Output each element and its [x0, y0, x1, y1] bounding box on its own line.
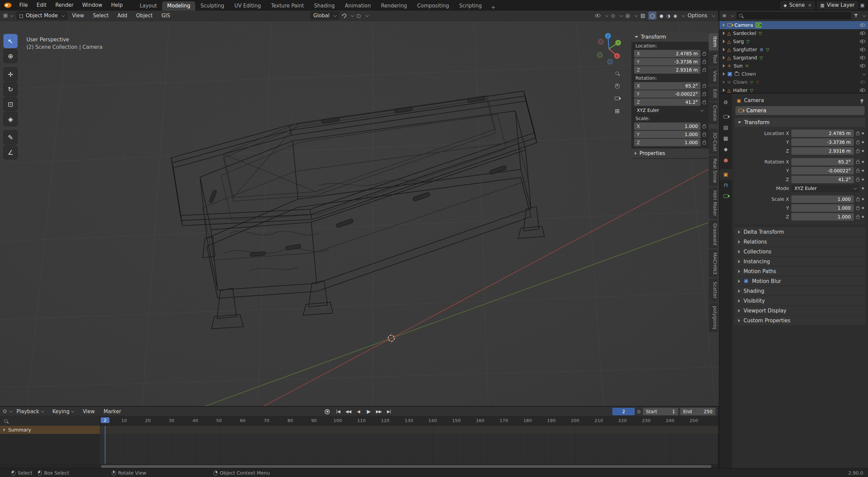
timeline-menu-marker[interactable]: Marker — [99, 406, 126, 417]
view-layer-selector[interactable]: ▦ View Layer — [817, 1, 857, 9]
location-z-field[interactable]: 2.9316 m — [791, 147, 854, 155]
lock-icon[interactable] — [703, 126, 706, 128]
expand-icon[interactable] — [723, 64, 725, 68]
lock-icon[interactable] — [703, 69, 706, 72]
properties-tab-constraints[interactable]: ⊓ — [719, 180, 732, 191]
scale-x-field[interactable]: X1.000 — [634, 122, 701, 130]
workspace-tab-shading[interactable]: Shading — [309, 1, 340, 11]
play-reverse-button[interactable]: ◀ — [354, 408, 363, 415]
expand-icon[interactable] — [723, 32, 725, 35]
visibility-dropdown-icon[interactable] — [595, 14, 600, 17]
timeline-menu-keying[interactable]: Keying — [48, 406, 78, 417]
lock-icon[interactable] — [703, 93, 706, 96]
properties-subpanel-header[interactable]: Properties — [631, 149, 709, 158]
properties-tab-output[interactable]: ▤ — [719, 122, 732, 133]
end-frame-field[interactable]: End250 — [680, 408, 715, 415]
animate-dot-icon[interactable] — [862, 141, 864, 143]
camera-view-icon[interactable] — [613, 94, 621, 102]
rotation-y-field[interactable]: Y-0.00022° — [634, 90, 701, 98]
scene-selector[interactable]: ◆ Scene × — [781, 1, 815, 9]
tab-machin3[interactable]: MACHIN3 — [709, 249, 718, 278]
visibility-eye-icon[interactable] — [860, 56, 865, 59]
object-name-field[interactable]: Camera — [735, 106, 865, 115]
blender-logo-icon[interactable] — [4, 3, 12, 8]
section-delta-transform[interactable]: Delta Transform — [735, 227, 865, 236]
animate-dot-icon[interactable] — [862, 161, 864, 163]
filter-icon[interactable] — [854, 14, 858, 18]
expand-icon[interactable] — [723, 80, 725, 84]
visibility-eye-icon[interactable] — [860, 23, 865, 27]
shading-wireframe-icon[interactable]: ◯ — [648, 12, 656, 20]
viewport-menu-add[interactable]: Add — [113, 11, 132, 21]
scale-x-field[interactable]: 1.000 — [791, 195, 854, 203]
location-x-field[interactable]: X2.4785 m — [634, 50, 701, 57]
viewport-menu-gis[interactable]: GIS — [157, 11, 175, 21]
editor-type-icon[interactable]: ≡ — [722, 13, 727, 18]
mode-dropdown[interactable]: □ Object Mode — [16, 12, 68, 20]
expand-icon[interactable] — [723, 72, 725, 76]
properties-tab-object-data[interactable] — [719, 191, 732, 202]
expand-icon[interactable] — [3, 428, 5, 432]
viewport-menu-select[interactable]: Select — [88, 11, 113, 21]
outliner-row-halter[interactable]: △ Halter ▽ — [719, 86, 868, 94]
tab-edit[interactable]: Edit — [709, 86, 718, 101]
workspace-tab-rendering[interactable]: Rendering — [376, 1, 412, 11]
measure-tool-button[interactable]: ∠ — [3, 145, 18, 159]
timeline-tracks[interactable]: Summary — [0, 426, 718, 464]
shading-solid-icon[interactable]: ● — [659, 14, 663, 18]
scale-y-field[interactable]: 1.000 — [791, 204, 854, 212]
outliner-row-sun[interactable]: ☼ Sun ☼ — [719, 62, 868, 70]
animate-dot-icon[interactable] — [862, 207, 864, 209]
move-tool-button[interactable]: ✛ — [3, 67, 18, 81]
outliner-row-sardeckel[interactable]: △ Sardeckel ▽ — [719, 29, 868, 37]
animate-dot-icon[interactable] — [862, 170, 864, 172]
section-motion-blur[interactable]: ✓Motion Blur — [735, 276, 865, 286]
xray-toggle-icon[interactable]: ▥ — [640, 13, 645, 18]
transform-panel-header[interactable]: Transform — [735, 118, 865, 127]
tab-polygoniq[interactable]: polygoniq — [709, 303, 718, 332]
properties-tab-render[interactable] — [719, 111, 732, 122]
channel-search[interactable] — [0, 416, 100, 426]
shading-rendered-icon[interactable]: ◉ — [673, 14, 677, 18]
viewport-menu-object[interactable]: Object — [132, 11, 157, 21]
lock-icon[interactable] — [856, 150, 860, 153]
start-frame-field[interactable]: Start1 — [643, 408, 678, 415]
viewport-menu-view[interactable]: View — [67, 11, 88, 21]
location-y-field[interactable]: Y-3.3736 m — [634, 58, 701, 65]
lock-icon[interactable] — [856, 207, 860, 210]
pan-hand-icon[interactable] — [613, 82, 621, 90]
section-collections[interactable]: Collections — [735, 247, 865, 256]
transform-tool-button[interactable]: ◈ — [3, 112, 18, 126]
visibility-eye-icon[interactable] — [860, 80, 865, 84]
workspace-tab-scripting[interactable]: Scripting — [454, 1, 487, 11]
section-custom-properties[interactable]: Custom Properties — [735, 316, 865, 325]
tab-graswald[interactable]: Graswald — [709, 220, 718, 248]
section-visibility[interactable]: Visibility — [735, 296, 865, 305]
visibility-eye-icon[interactable] — [860, 64, 865, 68]
viewport-canvas[interactable]: Z Y X User Perspective (2) Scene Collect… — [0, 21, 719, 406]
rotate-tool-button[interactable]: ↻ — [3, 82, 18, 96]
rotation-x-field[interactable]: X65.2° — [634, 82, 701, 90]
outliner-row-camera[interactable]: Camera — [719, 21, 868, 29]
transform-panel-header[interactable]: Transform — [631, 32, 709, 42]
jump-to-end-button[interactable]: ▶| — [384, 408, 394, 415]
cursor-tool-button[interactable]: ⊕ — [3, 49, 18, 63]
expand-icon[interactable] — [723, 89, 725, 92]
tab-3d-coat[interactable]: 3D-Coat — [709, 129, 718, 154]
outliner-row-sargstand[interactable]: △ Sargstand ▽ — [719, 54, 868, 62]
menu-help[interactable]: Help — [107, 0, 127, 11]
scale-z-field[interactable]: Z1.000 — [634, 139, 701, 146]
rotation-z-field[interactable]: 41.2° — [791, 176, 854, 183]
properties-tab-object[interactable]: ▣ — [719, 169, 732, 180]
unlink-scene-button[interactable]: × — [808, 2, 812, 8]
workspace-tab-animation[interactable]: Animation — [340, 1, 376, 11]
breadcrumb-object[interactable]: Camera — [744, 97, 764, 103]
expand-icon[interactable] — [723, 40, 725, 43]
collection-checkbox[interactable]: ✓ — [727, 72, 732, 77]
section-relations[interactable]: Relations — [735, 237, 865, 246]
auto-key-record-icon[interactable] — [325, 409, 330, 414]
rotation-mode-dropdown[interactable]: XYZ Euler — [791, 185, 860, 192]
scrollbar-thumb[interactable] — [101, 465, 711, 468]
location-z-field[interactable]: Z2.9316 m — [634, 66, 701, 74]
lock-icon[interactable] — [703, 134, 706, 136]
